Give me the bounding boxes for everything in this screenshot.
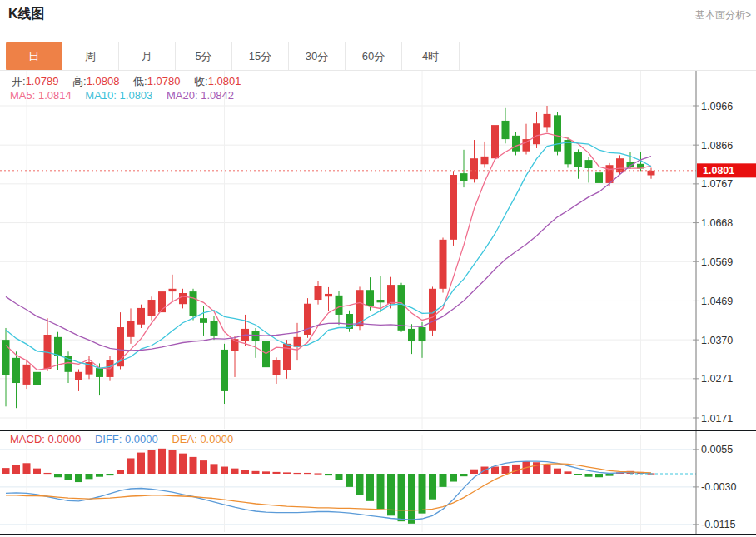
svg-text:-0.0115: -0.0115 — [701, 519, 736, 530]
svg-text:-0.0030: -0.0030 — [701, 481, 736, 493]
ohlc-readout: 开:1.0789 高:1.0808 低:1.0780 收:1.0801 — [12, 74, 251, 89]
ma20-value: 1.0842 — [201, 89, 234, 102]
tab-4hour[interactable]: 4时 — [402, 42, 459, 70]
svg-text:1.0966: 1.0966 — [701, 101, 733, 112]
tab-day[interactable]: 日 — [6, 42, 62, 71]
tab-5min[interactable]: 5分 — [176, 42, 232, 70]
close-value: 1.0801 — [208, 75, 241, 87]
macd-value: 0.0000 — [48, 433, 82, 445]
diff-value: 0.0000 — [125, 433, 158, 445]
open-label: 开: — [12, 75, 26, 87]
dea-label: DEA: — [172, 433, 196, 445]
interval-tabs: 日 周 月 5分 15分 30分 60分 4时 — [6, 42, 460, 71]
svg-text:1.0801: 1.0801 — [703, 165, 734, 177]
kline-chart-area[interactable]: 1.09661.08661.07671.06681.05691.04691.03… — [0, 71, 756, 537]
svg-text:1.0569: 1.0569 — [701, 256, 733, 268]
tab-week[interactable]: 周 — [62, 42, 119, 70]
macd-histogram — [2, 449, 655, 524]
tab-month[interactable]: 月 — [119, 42, 176, 70]
tab-60min[interactable]: 60分 — [346, 42, 402, 70]
high-value: 1.0808 — [87, 75, 120, 87]
svg-text:1.0668: 1.0668 — [701, 217, 733, 229]
ma-lines — [6, 133, 651, 370]
candles[interactable] — [2, 106, 655, 408]
svg-text:0.0055: 0.0055 — [701, 444, 733, 455]
ma20-label: MA20: — [167, 89, 198, 102]
macd-readout: MACD: 0.0000 DIFF: 0.0000 DEA: 0.0000 — [10, 433, 244, 445]
high-label: 高: — [72, 75, 87, 87]
ma5-label: MA5: — [10, 89, 35, 102]
svg-text:1.0469: 1.0469 — [701, 296, 733, 307]
macd-label: MACD: — [10, 433, 45, 445]
diff-label: DIFF: — [95, 433, 122, 445]
ma10-value: 1.0803 — [120, 89, 153, 102]
svg-text:1.0370: 1.0370 — [701, 335, 733, 346]
fundamental-analysis-link[interactable]: 基本面分析> — [695, 8, 751, 22]
kline-chart-canvas[interactable]: 1.09661.08661.07671.06681.05691.04691.03… — [0, 71, 756, 537]
header: K线图 基本面分析> — [0, 0, 756, 32]
gridlines — [0, 71, 696, 532]
low-value: 1.0780 — [147, 75, 181, 87]
open-value: 1.0789 — [26, 75, 59, 87]
close-label: 收: — [194, 75, 208, 87]
frame — [0, 71, 756, 535]
ma-readout: MA5: 1.0814 MA10: 1.0803 MA20: 1.0842 — [10, 89, 245, 102]
page-title: K线图 — [8, 6, 45, 23]
svg-text:1.0171: 1.0171 — [701, 413, 733, 425]
ma5-value: 1.0814 — [38, 89, 72, 102]
dea-value: 0.0000 — [200, 433, 233, 445]
header-divider — [0, 32, 756, 32]
svg-text:1.0271: 1.0271 — [701, 373, 733, 385]
low-label: 低: — [133, 75, 147, 87]
tab-15min[interactable]: 15分 — [232, 42, 289, 70]
macd-lines — [6, 461, 696, 520]
svg-text:1.0767: 1.0767 — [701, 178, 733, 190]
tab-30min[interactable]: 30分 — [289, 42, 346, 70]
svg-text:1.0866: 1.0866 — [701, 140, 733, 152]
current-price-badge: 1.0801 — [697, 163, 756, 177]
ma10-label: MA10: — [85, 89, 117, 102]
